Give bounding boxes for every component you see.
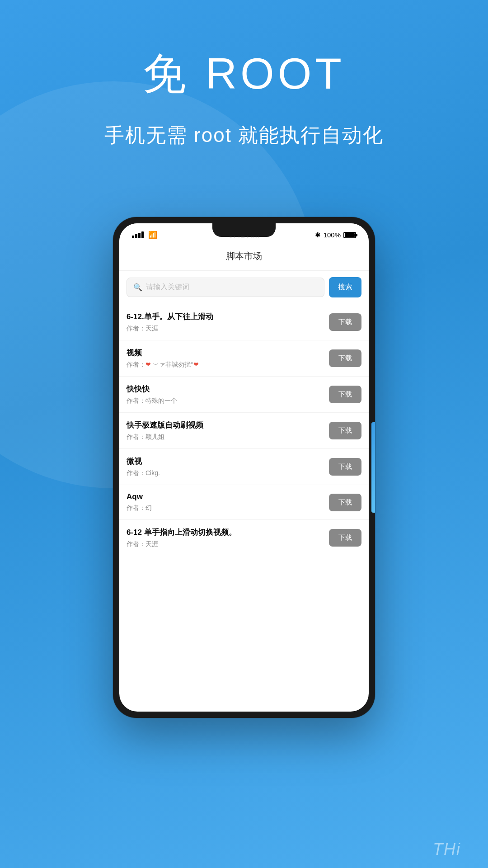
- script-author: 作者：天涯: [127, 325, 329, 333]
- script-name: 快快快: [127, 384, 329, 394]
- script-name: 快手极速版自动刷视频: [127, 420, 329, 430]
- script-name: 视频: [127, 348, 329, 358]
- phone-notch: [212, 223, 276, 237]
- script-author: 作者：颖儿姐: [127, 433, 329, 441]
- search-placeholder: 请输入关键词: [146, 283, 189, 292]
- script-name: 6-12.单手。从下往上滑动: [127, 311, 329, 322]
- search-button[interactable]: 搜索: [329, 277, 361, 297]
- wifi-icon: 📶: [148, 231, 157, 239]
- download-button[interactable]: 下载: [329, 529, 361, 547]
- script-author: 作者：幻: [127, 504, 329, 512]
- status-left: 📶: [132, 231, 157, 239]
- battery-percent: 100%: [324, 231, 341, 239]
- script-info: 6-12 单手指向上滑动切换视频。 作者：天涯: [127, 527, 329, 548]
- hero-title: 免 ROOT: [0, 45, 488, 104]
- script-info: 视频 作者：❤ ︶ァ非誠勿扰°❤: [127, 348, 329, 369]
- bottom-watermark: THi: [433, 840, 461, 859]
- download-button[interactable]: 下载: [329, 349, 361, 367]
- script-author: 作者：Cikg.: [127, 469, 329, 477]
- list-item: 快手极速版自动刷视频 作者：颖儿姐 下载: [119, 413, 369, 449]
- script-name: Aqw: [127, 492, 329, 501]
- search-input-wrap[interactable]: 🔍 请输入关键词: [127, 278, 324, 297]
- script-info: 微视 作者：Cikg.: [127, 456, 329, 477]
- list-item: 6-12.单手。从下往上滑动 作者：天涯 下载: [119, 304, 369, 340]
- script-name: 6-12 单手指向上滑动切换视频。: [127, 527, 329, 538]
- download-button[interactable]: 下载: [329, 494, 361, 511]
- script-info: 快手极速版自动刷视频 作者：颖儿姐: [127, 420, 329, 441]
- list-item: 视频 作者：❤ ︶ァ非誠勿扰°❤ 下载: [119, 340, 369, 377]
- bluetooth-icon: ✱: [315, 231, 321, 239]
- script-info: Aqw 作者：幻: [127, 492, 329, 512]
- download-button[interactable]: 下载: [329, 386, 361, 403]
- download-button[interactable]: 下载: [329, 422, 361, 439]
- list-item: Aqw 作者：幻 下载: [119, 485, 369, 520]
- download-button[interactable]: 下载: [329, 313, 361, 331]
- signal-bars: [132, 231, 144, 238]
- search-section: 🔍 请输入关键词 搜索: [119, 271, 369, 304]
- app-header: 脚本市场: [119, 244, 369, 271]
- script-list: 6-12.单手。从下往上滑动 作者：天涯 下载 视频 作者：❤ ︶ァ非誠勿扰°❤…: [119, 304, 369, 556]
- script-info: 6-12.单手。从下往上滑动 作者：天涯: [127, 311, 329, 333]
- phone-mockup: 📶 9:41 AM ✱ 100% 脚本市场 🔍 请输入关键词: [113, 217, 375, 718]
- script-author: 作者：❤ ︶ァ非誠勿扰°❤: [127, 361, 329, 369]
- script-author: 作者：天涯: [127, 540, 329, 548]
- list-item: 6-12 单手指向上滑动切换视频。 作者：天涯 下载: [119, 520, 369, 556]
- list-item: 快快快 作者：特殊的一个 下载: [119, 377, 369, 413]
- script-name: 微视: [127, 456, 329, 467]
- phone-frame: 📶 9:41 AM ✱ 100% 脚本市场 🔍 请输入关键词: [113, 217, 375, 718]
- download-button[interactable]: 下载: [329, 458, 361, 476]
- status-right: ✱ 100%: [315, 231, 356, 239]
- list-item: 微视 作者：Cikg. 下载: [119, 449, 369, 485]
- search-icon: 🔍: [133, 283, 142, 292]
- phone-screen: 📶 9:41 AM ✱ 100% 脚本市场 🔍 请输入关键词: [119, 223, 369, 712]
- script-author: 作者：特殊的一个: [127, 397, 329, 405]
- script-info: 快快快 作者：特殊的一个: [127, 384, 329, 405]
- hero-section: 免 ROOT 手机无需 root 就能执行自动化: [0, 0, 488, 176]
- hero-subtitle: 手机无需 root 就能执行自动化: [0, 122, 488, 149]
- battery-icon: [343, 232, 356, 238]
